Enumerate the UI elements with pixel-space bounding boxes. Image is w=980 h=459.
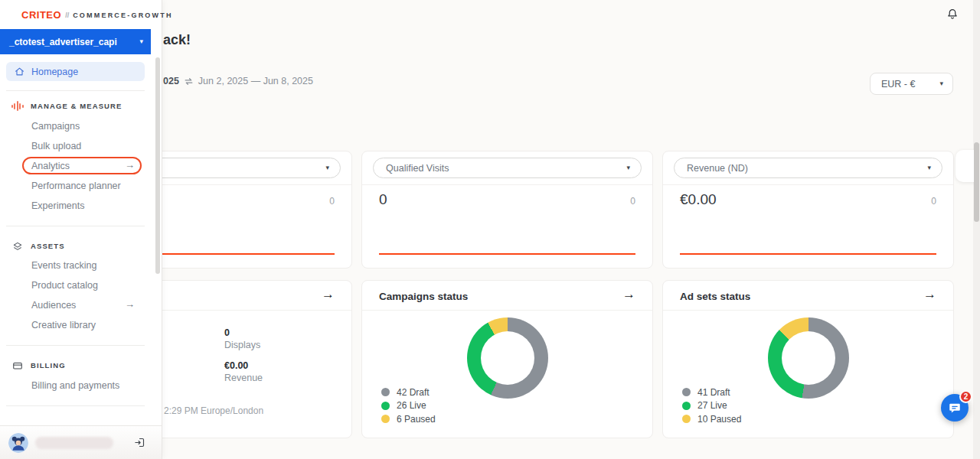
collapse-sidebar-icon[interactable] xyxy=(134,437,145,448)
legend-item: 6 Paused xyxy=(381,412,436,425)
legend-item: 10 Paused xyxy=(682,412,741,425)
sidebar-item-label: Homepage xyxy=(31,67,78,77)
collapsed-side-panel[interactable] xyxy=(956,150,975,182)
section-title: ASSETS xyxy=(31,242,65,250)
arrow-right-icon[interactable]: → xyxy=(125,298,135,310)
chat-unread-badge: 2 xyxy=(959,390,972,403)
kpi-card-revenue: Revenue (ND) ▾ €0.00 0 xyxy=(662,151,954,269)
legend-dot-icon xyxy=(381,415,390,423)
divider xyxy=(6,345,145,346)
chat-bubble-icon xyxy=(948,401,962,415)
legend-item: 26 Live xyxy=(381,399,436,412)
section-assets: ASSETS xyxy=(11,240,65,252)
legend-item: 41 Draft xyxy=(682,386,741,399)
campaigns-status-donut-chart xyxy=(467,317,548,399)
app-screen: ack! 025 Jun 2, 2025 — Jun 8, 2025 EUR -… xyxy=(0,0,980,459)
divider xyxy=(663,310,953,311)
currency-value: EUR - € xyxy=(881,79,915,90)
sidebar-item-audiences[interactable]: Audiences xyxy=(31,299,76,311)
divider xyxy=(6,226,145,226)
legend-label: 42 Draft xyxy=(397,387,430,398)
sidebar-item-events-tracking[interactable]: Events tracking xyxy=(31,259,96,272)
legend-dot-icon xyxy=(682,388,691,396)
legend-dot-icon xyxy=(381,402,390,410)
campaigns-status-card: Campaigns status → 42 Draft26 Live6 Paus… xyxy=(361,280,653,438)
divider xyxy=(6,90,145,91)
layers-icon xyxy=(11,240,23,252)
notifications-bell-icon[interactable] xyxy=(946,8,959,21)
arrow-right-icon[interactable]: → xyxy=(125,159,135,171)
section-manage-measure: MANAGE & MEASURE xyxy=(11,100,122,112)
sidebar-item-experiments[interactable]: Experiments xyxy=(31,200,84,212)
chat-support-button[interactable]: 2 xyxy=(941,394,969,422)
credit-card-icon xyxy=(11,360,23,371)
card-title: Campaigns status xyxy=(379,291,468,302)
legend-label: 41 Draft xyxy=(697,387,730,398)
kpi-value: €0.00 xyxy=(680,191,717,208)
arrow-right-icon[interactable]: → xyxy=(622,287,635,302)
kpi-axis-max: 0 xyxy=(630,196,635,207)
kpi-card-qualified-visits: Qualified Visits ▾ 0 0 xyxy=(361,151,653,269)
user-bar xyxy=(0,425,162,459)
metric-select[interactable]: Qualified Visits ▾ xyxy=(373,158,642,178)
legend-label: 26 Live xyxy=(397,400,426,411)
sidebar-item-campaigns[interactable]: Campaigns xyxy=(31,120,80,132)
user-avatar[interactable] xyxy=(8,433,28,453)
adsets-status-donut-chart xyxy=(768,317,849,399)
section-title: BILLING xyxy=(31,361,66,369)
sidebar-scrollbar-thumb[interactable] xyxy=(155,57,160,274)
user-name-redacted xyxy=(35,437,113,449)
kpi-axis-max: 0 xyxy=(931,196,936,207)
divider xyxy=(362,184,652,185)
kpi-value: 0 xyxy=(379,191,387,208)
legend-dot-icon xyxy=(381,388,390,396)
metric-select-value: Revenue (ND) xyxy=(687,163,748,174)
sidebar-item-billing-payments[interactable]: Billing and payments xyxy=(31,379,119,392)
metric-select-value: Qualified Visits xyxy=(386,163,449,174)
divider xyxy=(6,405,145,406)
chart-legend: 41 Draft27 Live10 Paused xyxy=(682,386,741,426)
sidebar-item-performance-planner[interactable]: Performance planner xyxy=(31,180,121,192)
brand-logo: CRITEO // COMMERCE-GROWTH xyxy=(21,9,173,21)
current-period-text: 025 xyxy=(163,76,179,86)
product-name: COMMERCE-GROWTH xyxy=(73,11,173,19)
metric-select[interactable]: Revenue (ND) ▾ xyxy=(674,158,942,178)
caret-down-icon: ▾ xyxy=(139,38,143,45)
sidebar-item-homepage[interactable]: Homepage xyxy=(6,62,145,81)
currency-selector[interactable]: EUR - € ▾ xyxy=(870,73,953,95)
welcome-heading: ack! xyxy=(163,32,191,48)
advertiser-selector[interactable]: _ctotest_advertiser_capi ▾ xyxy=(0,29,151,54)
legend-item: 42 Draft xyxy=(381,386,436,399)
arrow-right-icon[interactable]: → xyxy=(322,287,335,302)
arrow-right-icon[interactable]: → xyxy=(923,287,936,302)
stat-value: €0.00 xyxy=(224,360,263,372)
sidebar-item-product-catalog[interactable]: Product catalog xyxy=(31,279,98,291)
sidebar: CRITEO // COMMERCE-GROWTH _ctotest_adver… xyxy=(0,0,162,459)
date-range-row[interactable]: 025 Jun 2, 2025 — Jun 8, 2025 xyxy=(163,76,313,86)
caret-down-icon: ▾ xyxy=(626,164,630,171)
sidebar-item-bulk-upload[interactable]: Bulk upload xyxy=(31,140,81,152)
caret-down-icon: ▾ xyxy=(927,164,931,171)
divider xyxy=(362,310,652,311)
flat-sparkline xyxy=(680,253,936,255)
page-scrollbar-track[interactable] xyxy=(973,0,980,459)
compare-period-text: Jun 2, 2025 — Jun 8, 2025 xyxy=(198,76,313,86)
stat-label: Revenue xyxy=(224,372,263,384)
logo-separator: // xyxy=(65,11,69,19)
legend-label: 27 Live xyxy=(697,400,727,411)
advertiser-name: _ctotest_advertiser_capi xyxy=(9,37,117,47)
pulse-icon xyxy=(11,100,23,112)
legend-label: 6 Paused xyxy=(397,414,436,425)
caret-down-icon: ▾ xyxy=(325,164,329,171)
stat-label: Displays xyxy=(224,339,263,351)
flat-sparkline xyxy=(379,253,635,255)
legend-item: 27 Live xyxy=(682,399,741,412)
stat-value: 0 xyxy=(224,327,263,339)
legend-dot-icon xyxy=(682,415,691,423)
page-scrollbar-thumb[interactable] xyxy=(974,142,979,222)
sidebar-item-analytics[interactable]: Analytics xyxy=(31,160,70,172)
summary-stats: 0 Displays €0.00 Revenue xyxy=(224,327,263,392)
sidebar-item-creative-library[interactable]: Creative library xyxy=(31,319,96,331)
divider xyxy=(663,184,953,185)
chart-legend: 42 Draft26 Live6 Paused xyxy=(381,386,436,426)
